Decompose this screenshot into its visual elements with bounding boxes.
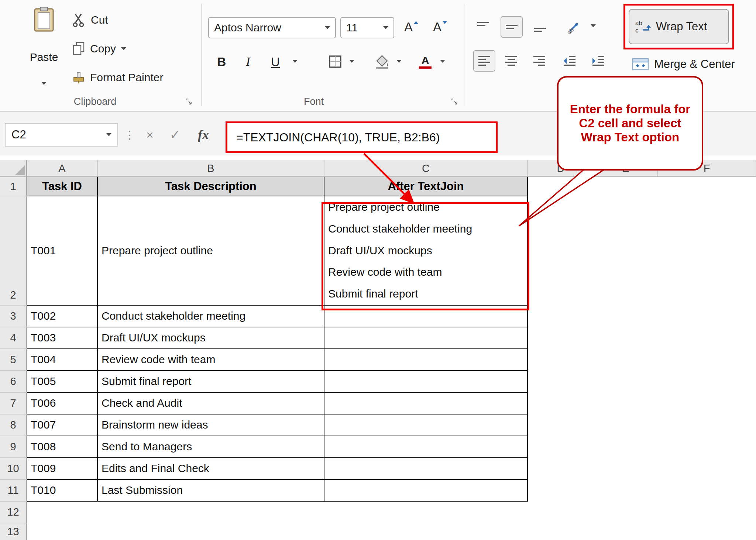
cell-a10[interactable]: T009	[27, 458, 97, 479]
cell-c6[interactable]	[324, 371, 528, 392]
empty-cell[interactable]	[528, 479, 594, 501]
merge-center-button[interactable]: Merge & Center	[632, 55, 735, 74]
font-dialog-launcher[interactable]	[451, 98, 458, 106]
formula-input[interactable]: =TEXTJOIN(CHAR(10), TRUE, B2:B6)	[226, 121, 498, 153]
cell-a9[interactable]: T008	[27, 436, 97, 458]
empty-cell[interactable]	[528, 371, 594, 392]
cancel-button[interactable]: ×	[142, 123, 158, 147]
wrap-text-button[interactable]: ab c Wrap Text	[629, 9, 729, 44]
font-size-select[interactable]: 11	[340, 17, 394, 38]
cell-c3[interactable]	[324, 305, 528, 327]
borders-dropdown-icon[interactable]	[349, 60, 354, 63]
format-painter-button[interactable]: Format Painter	[72, 68, 163, 87]
cell-b11[interactable]: Last Submission	[97, 479, 324, 501]
cell-b6[interactable]: Submit final report	[97, 371, 324, 392]
empty-cell[interactable]	[594, 414, 657, 436]
empty-cell[interactable]	[594, 436, 657, 458]
cell-b2[interactable]: Prepare project outline	[97, 196, 324, 305]
row-header-4[interactable]: 4	[0, 327, 27, 349]
empty-cell[interactable]	[594, 458, 657, 479]
cell-a3[interactable]: T002	[27, 305, 97, 327]
borders-button[interactable]	[324, 51, 346, 72]
cell-b7[interactable]: Check and Audit	[97, 392, 324, 414]
empty-cell[interactable]	[528, 436, 594, 458]
empty-cell[interactable]	[528, 414, 594, 436]
align-center-button[interactable]	[501, 50, 521, 72]
column-header-c[interactable]: C	[324, 160, 528, 177]
empty-row[interactable]	[27, 523, 756, 540]
insert-function-button[interactable]: fx	[193, 123, 213, 147]
empty-cell[interactable]	[657, 196, 756, 305]
row-header-8[interactable]: 8	[0, 414, 27, 436]
empty-cell[interactable]	[528, 196, 594, 305]
cell-a4[interactable]: T003	[27, 327, 97, 349]
row-header-2[interactable]: 2	[0, 196, 27, 305]
cell-c11[interactable]	[324, 479, 528, 501]
empty-cell[interactable]	[657, 327, 756, 349]
row-header-12[interactable]: 12	[0, 501, 27, 523]
paste-button[interactable]: Paste	[24, 4, 63, 89]
row-header-9[interactable]: 9	[0, 436, 27, 458]
fill-color-button[interactable]	[370, 51, 394, 72]
cell-c4[interactable]	[324, 327, 528, 349]
empty-cell[interactable]	[528, 305, 594, 327]
cell-b9[interactable]: Send to Managers	[97, 436, 324, 458]
enter-button[interactable]: ✓	[167, 123, 183, 147]
row-header-11[interactable]: 11	[0, 479, 27, 501]
align-right-button[interactable]	[529, 50, 549, 72]
decrease-font-button[interactable]: A	[427, 16, 453, 38]
align-middle-button[interactable]	[501, 16, 523, 38]
empty-cell[interactable]	[594, 371, 657, 392]
orientation-dropdown-icon[interactable]	[591, 24, 596, 27]
cell-b1[interactable]: Task Description	[97, 177, 324, 196]
cell-b8[interactable]: Brainstorm new ideas	[97, 414, 324, 436]
empty-cell[interactable]	[528, 349, 594, 371]
italic-button[interactable]: I	[238, 51, 258, 72]
cell-b5[interactable]: Review code with team	[97, 349, 324, 371]
cell-a8[interactable]: T007	[27, 414, 97, 436]
column-header-b[interactable]: B	[97, 160, 324, 177]
column-header-a[interactable]: A	[27, 160, 97, 177]
empty-cell[interactable]	[594, 305, 657, 327]
empty-cell[interactable]	[657, 458, 756, 479]
empty-cell[interactable]	[528, 177, 594, 196]
cell-b4[interactable]: Draft UI/UX mockups	[97, 327, 324, 349]
empty-cell[interactable]	[657, 305, 756, 327]
fill-color-dropdown-icon[interactable]	[396, 60, 402, 63]
cell-a7[interactable]: T006	[27, 392, 97, 414]
empty-cell[interactable]	[528, 327, 594, 349]
cell-c5[interactable]	[324, 349, 528, 371]
cell-b3[interactable]: Conduct stakeholder meeting	[97, 305, 324, 327]
font-color-dropdown-icon[interactable]	[440, 60, 445, 63]
empty-cell[interactable]	[657, 436, 756, 458]
empty-cell[interactable]	[594, 196, 657, 305]
increase-font-button[interactable]: A	[399, 16, 424, 38]
cell-a2[interactable]: T001	[27, 196, 97, 305]
select-all-button[interactable]	[0, 160, 27, 177]
clipboard-dialog-launcher[interactable]	[185, 98, 192, 106]
copy-button[interactable]: Copy	[72, 39, 126, 58]
row-header-1[interactable]: 1	[0, 177, 27, 196]
empty-cell[interactable]	[657, 371, 756, 392]
align-bottom-button[interactable]	[530, 16, 550, 38]
empty-cell[interactable]	[657, 414, 756, 436]
cell-a6[interactable]: T005	[27, 371, 97, 392]
empty-cell[interactable]	[594, 349, 657, 371]
font-name-select[interactable]: Aptos Narrow	[208, 17, 336, 38]
cell-c8[interactable]	[324, 414, 528, 436]
cell-a11[interactable]: T010	[27, 479, 97, 501]
font-color-button[interactable]: A	[414, 51, 436, 72]
cell-a5[interactable]: T004	[27, 349, 97, 371]
empty-cell[interactable]	[594, 327, 657, 349]
align-left-button[interactable]	[473, 50, 495, 72]
row-header-7[interactable]: 7	[0, 392, 27, 414]
bold-button[interactable]: B	[210, 51, 233, 72]
increase-indent-button[interactable]	[588, 50, 608, 72]
cell-a1[interactable]: Task ID	[27, 177, 97, 196]
empty-cell[interactable]	[594, 392, 657, 414]
align-top-button[interactable]	[473, 16, 493, 38]
underline-dropdown-icon[interactable]	[292, 60, 298, 63]
cut-button[interactable]: Cut	[72, 10, 108, 30]
empty-cell[interactable]	[528, 458, 594, 479]
cell-c2[interactable]: Prepare project outline Conduct stakehol…	[324, 196, 528, 305]
